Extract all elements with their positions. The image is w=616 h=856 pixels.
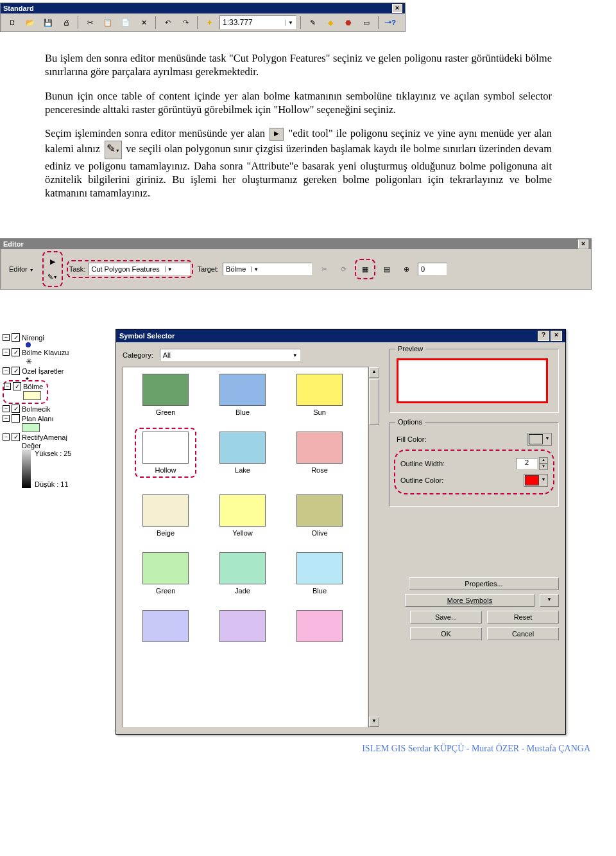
- editor-toolbar-title: Editor ×: [1, 239, 591, 249]
- save-button[interactable]: Save...: [410, 611, 482, 624]
- swatch-hollow[interactable]: Hollow: [127, 432, 204, 479]
- layer-nirengi[interactable]: −✓Nirengi: [3, 333, 112, 342]
- editor-menu-button[interactable]: Editor ▼: [4, 263, 38, 275]
- fill-color-button[interactable]: ▼: [527, 433, 552, 446]
- swatch-jade[interactable]: Jade: [204, 552, 281, 595]
- plan-alani-symbol[interactable]: [22, 423, 40, 432]
- swatch-sun[interactable]: Sun: [281, 374, 358, 416]
- properties-button[interactable]: Properties...: [409, 577, 559, 590]
- options-group: Options Fill Color: ▼ Outline Width: 2: [389, 422, 559, 507]
- raster-value-label: Değer: [22, 442, 112, 450]
- layer-bolme-klavuzu[interactable]: −✓Bölme Klavuzu: [3, 347, 112, 357]
- task-label: Task:: [69, 265, 86, 273]
- swatch-green[interactable]: Green: [127, 552, 204, 595]
- category-label: Category:: [123, 351, 153, 359]
- arccatalog-icon[interactable]: ◆: [323, 15, 338, 30]
- scroll-thumb[interactable]: [369, 379, 379, 425]
- nirengi-symbol[interactable]: [26, 342, 31, 347]
- swatch-unnamed[interactable]: [204, 610, 281, 645]
- edit-tool-icon[interactable]: ▶: [45, 254, 60, 269]
- cancel-button[interactable]: Cancel: [487, 627, 559, 640]
- redo-icon[interactable]: ↷: [178, 15, 193, 30]
- close-icon[interactable]: ×: [578, 240, 588, 249]
- coord-input[interactable]: 0: [418, 263, 447, 275]
- bolme-symbol[interactable]: [23, 391, 41, 400]
- save-icon[interactable]: 💾: [40, 15, 56, 30]
- help-icon[interactable]: ⭢?: [382, 15, 398, 30]
- highlighted-outline-options: Outline Width: 2 ▲▼ Outline Color: ▼: [394, 450, 554, 494]
- body-text: Bu işlem den sonra editor menüsünde task…: [45, 51, 552, 200]
- preview-label: Preview: [395, 345, 425, 353]
- new-file-icon[interactable]: 🗋: [4, 15, 20, 30]
- more-symbols-dropdown[interactable]: ▼: [540, 594, 559, 607]
- swatch-blue[interactable]: Blue: [281, 552, 358, 595]
- swatch-unnamed[interactable]: [281, 610, 358, 645]
- arctoolbox-icon[interactable]: ⬣: [341, 15, 356, 30]
- standard-toolbar-title: Standard ×: [1, 3, 405, 13]
- ozel-isaretler-symbol[interactable]: ◆: [26, 376, 112, 380]
- scrollbar[interactable]: ▲ ▼: [368, 367, 379, 728]
- chevron-down-icon[interactable]: ▼: [293, 353, 298, 358]
- delete-icon[interactable]: ✕: [136, 15, 151, 30]
- sketch-properties-icon[interactable]: ▤: [379, 261, 395, 277]
- split-icon[interactable]: ✂: [316, 261, 332, 277]
- bolme-klavuzu-symbol[interactable]: ✳: [26, 357, 112, 366]
- footer-credit: ISLEM GIS Serdar KÜPÇÜ - Murat ÖZER - Mu…: [0, 737, 616, 767]
- editor-toolbar-icon[interactable]: ✎: [305, 15, 320, 30]
- chevron-down-icon[interactable]: ▼: [544, 436, 551, 442]
- window-icon[interactable]: ▭: [359, 15, 374, 30]
- target-select[interactable]: Bölme ▼: [223, 263, 312, 275]
- swatch-beige[interactable]: Beige: [127, 494, 204, 537]
- dialog-titlebar[interactable]: Symbol Selector ? ×: [116, 329, 565, 342]
- ok-button[interactable]: OK: [410, 627, 482, 640]
- editor-toolbar-label: Editor: [3, 240, 24, 248]
- standard-toolbar-label: Standard: [3, 4, 34, 12]
- print-icon[interactable]: 🖨: [58, 15, 74, 30]
- layer-bolme[interactable]: −✓Bölme: [4, 381, 43, 391]
- options-label: Options: [395, 418, 425, 426]
- sketch-tool-icon[interactable]: ✎▼: [45, 269, 60, 284]
- swatch-green[interactable]: Green: [127, 374, 204, 416]
- close-icon[interactable]: ×: [551, 331, 562, 341]
- close-icon[interactable]: ×: [392, 4, 402, 13]
- chevron-down-icon[interactable]: ▼: [540, 477, 547, 484]
- swatch-unnamed[interactable]: [127, 610, 204, 645]
- swatch-blue[interactable]: Blue: [204, 374, 281, 416]
- chevron-down-icon[interactable]: ▼: [251, 266, 259, 272]
- outline-width-input[interactable]: 2: [516, 458, 538, 469]
- paste-icon[interactable]: 📄: [118, 15, 133, 30]
- add-data-icon[interactable]: ✦: [201, 15, 217, 30]
- help-icon[interactable]: ?: [538, 331, 549, 341]
- outline-color-button[interactable]: ▼: [524, 474, 548, 487]
- task-select[interactable]: Cut Polygon Features ▼: [88, 263, 191, 275]
- swatch-lake[interactable]: Lake: [204, 432, 281, 479]
- layer-bolmecik[interactable]: −✓Bolmecik: [3, 404, 112, 414]
- chevron-down-icon[interactable]: ▼: [165, 266, 173, 272]
- highlighted-task: Task: Cut Polygon Features ▼: [67, 260, 194, 278]
- category-select[interactable]: All ▼: [160, 349, 301, 362]
- swatch-rose[interactable]: Rose: [281, 432, 358, 479]
- open-file-icon[interactable]: 📂: [22, 15, 38, 30]
- target-point-icon[interactable]: ⊕: [398, 261, 414, 277]
- more-symbols-button[interactable]: More Symbols: [405, 594, 535, 607]
- swatch-olive[interactable]: Olive: [281, 494, 358, 537]
- preview-box: [397, 358, 548, 403]
- standard-toolbar: Standard × 🗋 📂 💾 🖨 ✂ 📋 📄 ✕ ↶ ↷ ✦ 1:33.77…: [0, 3, 406, 32]
- scroll-down-icon[interactable]: ▼: [369, 717, 379, 727]
- reset-button[interactable]: Reset: [487, 611, 559, 624]
- scale-input[interactable]: 1:33.777 ▼: [219, 15, 296, 30]
- chevron-down-icon[interactable]: ▼: [286, 20, 293, 26]
- swatch-yellow[interactable]: Yellow: [204, 494, 281, 537]
- swatch-list[interactable]: GreenBlueSunHollowLakeRoseBeigeYellowOli…: [123, 367, 368, 728]
- layer-ozel-isaretler[interactable]: −✓Özel İşaretler: [3, 366, 112, 376]
- attributes-icon[interactable]: ▦: [357, 261, 373, 277]
- scroll-up-icon[interactable]: ▲: [369, 367, 379, 378]
- outline-width-spinner[interactable]: ▲▼: [539, 457, 548, 470]
- paragraph-3: Seçim işleminden sonra editor menüsünde …: [45, 127, 552, 200]
- layer-rectify[interactable]: −✓RectifyAmenaj: [3, 432, 112, 442]
- undo-icon[interactable]: ↶: [160, 15, 175, 30]
- cut-icon[interactable]: ✂: [82, 15, 98, 30]
- copy-icon[interactable]: 📋: [100, 15, 116, 30]
- rotate-icon[interactable]: ⟳: [336, 261, 351, 277]
- layer-plan-alani[interactable]: −Plan Alanı: [3, 414, 112, 423]
